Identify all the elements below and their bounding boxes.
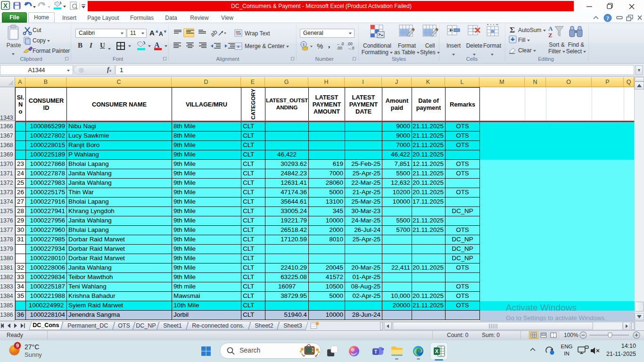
svg-text:ab: ab [210,28,219,38]
svg-text:,: , [328,41,330,49]
svg-text:%: % [317,42,323,50]
svg-text:X: X [3,2,8,9]
svg-text:.00: .00 [337,46,342,50]
svg-text:a: a [237,44,239,49]
svg-text:→.0: →.0 [347,46,355,50]
svg-text:$: $ [303,42,305,47]
svg-text:A: A [154,41,160,49]
svg-text:T: T [374,349,377,354]
svg-text:A: A [548,25,553,32]
svg-text:Z: Z [548,32,553,39]
svg-text:X: X [435,348,439,354]
svg-text:?: ? [606,15,609,22]
svg-text:9: 9 [16,343,19,348]
